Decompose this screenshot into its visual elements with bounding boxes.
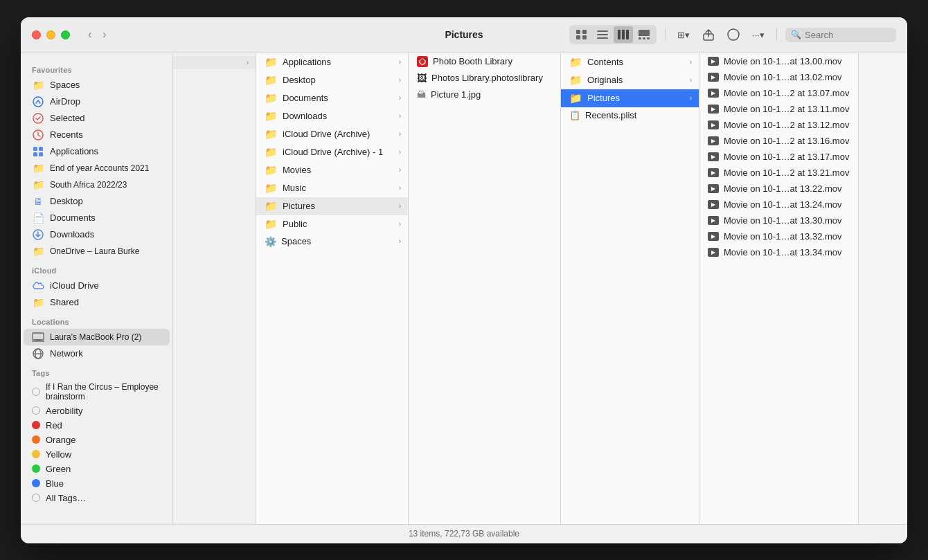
folder-icon: 📁	[265, 92, 278, 105]
sidebar-item-desktop[interactable]: 🖥 Desktop	[24, 193, 170, 210]
search-input[interactable]	[805, 30, 891, 40]
file-item-contents[interactable]: 📁 Contents ›	[561, 53, 699, 71]
sidebar-item-tag-circus[interactable]: If I Ran the Circus – Employee brainstor…	[24, 380, 170, 404]
sidebar-item-tag-green[interactable]: Green	[24, 462, 170, 476]
tag-green-icon	[32, 464, 40, 473]
sidebar-item-tag-yellow[interactable]: Yellow	[24, 447, 170, 462]
file-item-movie-1324[interactable]: ▶ Movie on 10-1…at 13.24.mov	[699, 197, 858, 213]
forward-button[interactable]: ›	[98, 27, 110, 42]
file-item-movie-1307[interactable]: ▶ Movie on 10-1…2 at 13.07.mov	[699, 85, 858, 101]
sidebar-item-macbook[interactable]: Laura's MacBook Pro (2)	[24, 329, 170, 345]
sidebar-item-label: All Tags…	[46, 493, 86, 503]
file-name: Movie on 10-1…at 13.34.mov	[724, 247, 851, 258]
chevron-icon: ›	[247, 59, 249, 66]
sidebar-item-icloud-drive[interactable]: iCloud Drive	[24, 278, 170, 294]
root-expand[interactable]: ›	[173, 56, 256, 69]
action-button[interactable]: ⊞▾	[674, 26, 693, 43]
more-button[interactable]: ···▾	[749, 26, 768, 43]
file-item-documents[interactable]: 📁 Documents ›	[256, 89, 408, 107]
close-button[interactable]	[32, 30, 41, 39]
tag-blue-icon	[32, 479, 40, 487]
sidebar-item-downloads[interactable]: Downloads	[24, 226, 170, 243]
file-item-public[interactable]: 📁 Public ›	[256, 215, 408, 233]
movie-icon: ▶	[708, 136, 719, 145]
minimize-button[interactable]	[46, 30, 55, 39]
svg-rect-2	[576, 35, 580, 39]
file-item-music[interactable]: 📁 Music ›	[256, 179, 408, 197]
file-item-icloud-archive2[interactable]: 📁 iCloud Drive (Archive) - 1 ›	[256, 143, 408, 161]
sidebar-item-spaces[interactable]: 📁 Spaces	[24, 77, 170, 93]
sidebar-item-label: Aerobility	[46, 406, 82, 416]
file-name: Movie on 10-1…2 at 13.16.mov	[724, 136, 851, 146]
sidebar-item-endofyear[interactable]: 📁 End of year Accounts 2021	[24, 160, 170, 177]
file-item-movie-1302[interactable]: ▶ Movie on 10-1…at 13.02.mov	[699, 69, 858, 85]
chevron-icon: ›	[399, 237, 401, 245]
file-item-desktop[interactable]: 📁 Desktop ›	[256, 71, 408, 89]
sidebar-item-tag-orange[interactable]: Orange	[24, 433, 170, 447]
file-item-icloud-archive[interactable]: 📁 iCloud Drive (Archive) ›	[256, 125, 408, 143]
sidebar-item-shared[interactable]: 📁 Shared	[24, 294, 170, 311]
column-view-button[interactable]	[614, 26, 633, 43]
sidebar-item-applications[interactable]: Applications	[24, 143, 170, 160]
sidebar-item-tag-all[interactable]: All Tags…	[24, 491, 170, 505]
file-item-movie-1332[interactable]: ▶ Movie on 10-1…at 13.32.mov	[699, 228, 858, 244]
chevron-icon: ›	[399, 130, 401, 138]
file-item-movie-1330[interactable]: ▶ Movie on 10-1…at 13.30.mov	[699, 213, 858, 228]
file-item-movie-1321[interactable]: ▶ Movie on 10-1…2 at 13.21.mov	[699, 165, 858, 181]
file-item-recents-plist[interactable]: 📋 Recents.plist	[561, 107, 699, 123]
sidebar-item-documents[interactable]: 📄 Documents	[24, 210, 170, 226]
file-name: Movie on 10-1…at 13.30.mov	[724, 215, 851, 226]
file-name: Movie on 10-1…at 13.22.mov	[724, 183, 851, 194]
share-button[interactable]	[699, 26, 718, 43]
svg-rect-13	[647, 37, 650, 39]
sidebar-item-label: Applications	[50, 146, 98, 156]
sidebar-item-tag-red[interactable]: Red	[24, 418, 170, 433]
file-item-pictures-sub[interactable]: 📁 Pictures ›	[561, 89, 699, 107]
sidebar-item-label: South Africa 2022/23	[50, 180, 127, 190]
gallery-view-button[interactable]	[634, 26, 654, 43]
file-item-spaces[interactable]: ⚙️ Spaces ›	[256, 233, 408, 250]
image-icon: 🏔	[417, 89, 426, 100]
list-view-button[interactable]	[593, 26, 612, 43]
zoom-button[interactable]	[61, 30, 70, 39]
sidebar-item-selected[interactable]: Selected	[24, 110, 170, 127]
sidebar-item-network[interactable]: Network	[24, 345, 170, 362]
sidebar-item-label: Laura's MacBook Pro (2)	[50, 332, 141, 342]
folder-icon: 📁	[32, 179, 44, 191]
file-item-movie-1311[interactable]: ▶ Movie on 10-1…2 at 13.11.mov	[699, 101, 858, 117]
search-box[interactable]: 🔍	[785, 28, 896, 42]
icon-view-button[interactable]	[572, 26, 591, 43]
tag-all-icon	[32, 494, 40, 502]
file-item-photos-library[interactable]: 🖼 Photos Library.photoslibrary	[409, 70, 560, 87]
file-item-downloads[interactable]: 📁 Downloads ›	[256, 107, 408, 125]
file-item-movie-1300[interactable]: ▶ Movie on 10-1…at 13.00.mov	[699, 53, 858, 69]
sidebar-item-southafrica[interactable]: 📁 South Africa 2022/23	[24, 177, 170, 193]
file-item-movies[interactable]: 📁 Movies ›	[256, 161, 408, 179]
folder-icon: 📁	[569, 74, 582, 87]
file-item-pictures[interactable]: 📁 Pictures ›	[256, 197, 408, 215]
back-button[interactable]: ‹	[84, 27, 96, 42]
file-item-movie-1317[interactable]: ▶ Movie on 10-1…2 at 13.17.mov	[699, 149, 858, 165]
file-item-movie-1322[interactable]: ▶ Movie on 10-1…at 13.22.mov	[699, 181, 858, 197]
file-item-movie-1334[interactable]: ▶ Movie on 10-1…at 13.34.mov	[699, 244, 858, 260]
file-name: Originals	[587, 75, 685, 85]
svg-rect-4	[597, 30, 608, 32]
file-item-movie-1312[interactable]: ▶ Movie on 10-1…2 at 13.12.mov	[699, 117, 858, 133]
file-item-picture1[interactable]: 🏔 Picture 1.jpg	[409, 87, 560, 102]
sidebar-item-onedrive[interactable]: 📁 OneDrive – Laura Burke	[24, 243, 170, 260]
tag-red-icon	[32, 421, 40, 429]
file-item-movie-1316[interactable]: ▶ Movie on 10-1…2 at 13.16.mov	[699, 133, 858, 149]
sidebar-item-label: Downloads	[50, 229, 94, 240]
svg-rect-10	[639, 30, 650, 36]
svg-rect-28	[418, 58, 427, 60]
sidebar-item-tag-blue[interactable]: Blue	[24, 476, 170, 491]
file-name: Music	[283, 183, 394, 193]
file-item-photobooth-library[interactable]: Photo Booth Library	[409, 53, 560, 70]
sidebar-item-airdrop[interactable]: AirDrop	[24, 93, 170, 110]
file-name: Movies	[283, 165, 394, 175]
sidebar-item-tag-aerobility[interactable]: Aerobility	[24, 404, 170, 418]
file-item-applications[interactable]: 📁 Applications ›	[256, 53, 408, 71]
tag-button[interactable]	[724, 26, 743, 43]
file-item-originals[interactable]: 📁 Originals ›	[561, 71, 699, 89]
sidebar-item-recents[interactable]: Recents	[24, 127, 170, 143]
